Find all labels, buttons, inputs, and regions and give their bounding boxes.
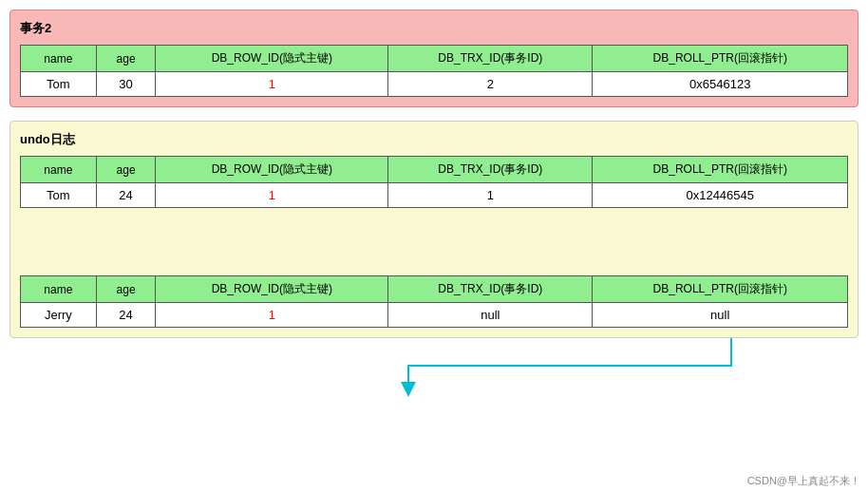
u1-rowid: 1 [156,183,388,208]
u2-col-name: name [21,276,97,303]
undo2-header-row: name age DB_ROW_ID(隐式主键) DB_TRX_ID(事务ID)… [21,276,848,303]
u1-col-rowid: DB_ROW_ID(隐式主键) [156,157,388,183]
watermark: CSDN@早上真起不来！ [747,474,860,488]
t2-col-name: name [21,46,97,72]
transaction2-box: 事务2 name age DB_ROW_ID(隐式主键) DB_TRX_ID(事… [9,9,859,107]
undo-title: undo日志 [20,131,848,148]
u2-rollptr: null [593,303,848,328]
transaction2-header-row: name age DB_ROW_ID(隐式主键) DB_TRX_ID(事务ID)… [21,46,848,72]
t2-rollptr: 0x6546123 [593,72,848,97]
u2-name: Jerry [21,303,97,328]
undo-table1-wrapper: name age DB_ROW_ID(隐式主键) DB_TRX_ID(事务ID)… [20,156,848,208]
u1-col-name: name [21,157,97,183]
t2-col-trxid: DB_TRX_ID(事务ID) [388,46,593,72]
t2-name: Tom [21,72,97,97]
u1-name: Tom [21,183,97,208]
u2-col-trxid: DB_TRX_ID(事务ID) [388,276,593,303]
t2-col-rowid: DB_ROW_ID(隐式主键) [156,46,388,72]
u1-trxid: 1 [388,183,593,208]
t2-col-age: age [96,46,156,72]
u2-col-rollptr: DB_ROLL_PTR(回滚指针) [593,276,848,303]
t2-age: 30 [96,72,156,97]
t2-col-rollptr: DB_ROLL_PTR(回滚指针) [593,46,848,72]
undo-table2: name age DB_ROW_ID(隐式主键) DB_TRX_ID(事务ID)… [20,275,848,328]
transaction2-table: name age DB_ROW_ID(隐式主键) DB_TRX_ID(事务ID)… [20,45,848,97]
t2-rowid: 1 [156,72,388,97]
t2-data-row: Tom 30 1 2 0x6546123 [21,72,848,97]
u2-trxid: null [388,303,593,328]
u1-col-trxid: DB_TRX_ID(事务ID) [388,157,593,183]
u1-col-age: age [96,157,156,183]
u2-rowid: 1 [156,303,388,328]
u2-col-rowid: DB_ROW_ID(隐式主键) [156,276,388,303]
u2-col-age: age [96,276,156,303]
u1-rollptr: 0x12446545 [593,183,848,208]
undo-table2-wrapper: name age DB_ROW_ID(隐式主键) DB_TRX_ID(事务ID)… [20,275,848,328]
transaction2-title: 事务2 [20,20,848,37]
undo1-header-row: name age DB_ROW_ID(隐式主键) DB_TRX_ID(事务ID)… [21,157,848,183]
u2-age: 24 [96,303,156,328]
t2-trxid: 2 [388,72,593,97]
u1-age: 24 [96,183,156,208]
undo-spacer [20,216,848,268]
undo-table1: name age DB_ROW_ID(隐式主键) DB_TRX_ID(事务ID)… [20,156,848,208]
u1-col-rollptr: DB_ROLL_PTR(回滚指针) [593,157,848,183]
undo1-data-row: Tom 24 1 1 0x12446545 [21,183,848,208]
undo2-data-row: Jerry 24 1 null null [21,303,848,328]
undo-box: undo日志 name age DB_ROW_ID(隐式主键) DB_TRX_I… [9,121,859,338]
